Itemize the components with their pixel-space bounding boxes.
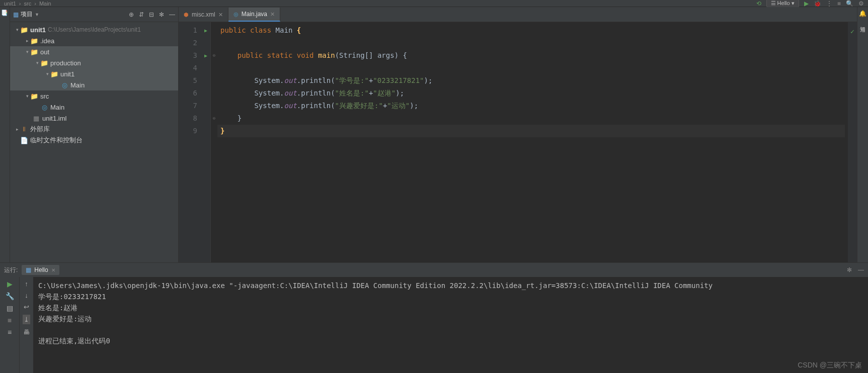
sidebar-title[interactable]: 项目 (21, 10, 33, 19)
tree-main-src[interactable]: ◎ Main (10, 102, 178, 113)
tree-scratches[interactable]: 📄 临时文件和控制台 (10, 135, 178, 146)
tab-main-java[interactable]: ◎ Main.java ✕ (228, 8, 280, 22)
dropdown-icon[interactable]: ▼ (35, 12, 39, 17)
down-icon[interactable]: ↓ (25, 292, 28, 299)
fold-icon[interactable]: ⊖ (211, 49, 217, 62)
tree-src-folder[interactable]: ▾📁 src (10, 90, 178, 102)
class-icon: ◎ (233, 11, 239, 18)
tree-main-compiled[interactable]: ◎ Main (10, 79, 178, 90)
console-line: 姓名是:赵港 (38, 304, 77, 312)
folder-icon: 📁 (30, 37, 38, 45)
class-icon: ◎ (40, 104, 48, 111)
iml-icon: ▦ (32, 115, 40, 122)
app-icon: ▦ (26, 266, 31, 273)
gear-icon[interactable]: ✻ (159, 11, 164, 18)
left-tool-stripe: 📑 (0, 7, 10, 262)
console-line: C:\Users\James\.jdks\openjdk-19\bin\java… (38, 282, 713, 290)
top-toolbar: unit1 › src › Main ⟲ ☰ Hello ▾ ▶ 🐞 ⋮ ■ 🔍… (0, 0, 868, 7)
debug-icon[interactable]: 🐞 (814, 0, 821, 7)
run-line-icon[interactable]: ▶ (201, 24, 210, 37)
rerun-icon[interactable]: ▶ (7, 280, 13, 288)
run-icon[interactable]: ▶ (804, 0, 809, 7)
right-tool-stripe: 🔔 通知 (857, 7, 868, 262)
console-line: 学号是:0233217821 (38, 293, 106, 301)
breadcrumb-item[interactable]: Main (39, 1, 51, 7)
breadcrumb-item[interactable]: src (24, 1, 32, 7)
gear-icon[interactable]: ⚙ (858, 0, 864, 7)
layout-icon[interactable]: ▤ (7, 304, 13, 312)
folder-icon: 📁 (20, 26, 28, 34)
inspection-stripe: ✓ (848, 22, 857, 262)
editor-tabs: ⬢ misc.xml ✕ ◎ Main.java ✕ (179, 7, 857, 22)
tree-libraries[interactable]: ▸⫴ 外部库 (10, 124, 178, 135)
close-icon[interactable]: ✕ (218, 12, 223, 18)
library-icon: ⫴ (20, 125, 28, 133)
wrap-icon[interactable]: ↩ (24, 303, 29, 311)
scratch-icon: 📄 (20, 137, 28, 144)
run-tool-window: 运行: ▦ Hello ✕ ✻ — ▶ 🔧 ▤ ■ ≡ ↑ ↓ ↩ ⤓ 🖶 C:… (0, 262, 868, 373)
run-tab[interactable]: ▦ Hello ✕ (22, 265, 59, 275)
sync-icon[interactable]: ⟲ (756, 0, 761, 7)
locate-icon[interactable]: ⊕ (129, 11, 134, 18)
gear-icon[interactable]: ✻ (847, 266, 852, 273)
fold-icon[interactable]: ⊖ (211, 112, 217, 125)
run-config-selector[interactable]: ☰ Hello ▾ (766, 0, 799, 8)
console-line: 兴趣爱好是:运动 (38, 315, 92, 323)
tree-out-folder[interactable]: ▾📁 out (10, 46, 178, 57)
project-tool-tab[interactable]: 📑 (2, 9, 8, 16)
run-panel-title: 运行: (4, 266, 18, 274)
check-icon[interactable]: ✓ (848, 25, 857, 38)
tree-iml-file[interactable]: ▦ unit1.iml (10, 113, 178, 124)
run-toolbar-primary: ▶ 🔧 ▤ ■ ≡ (0, 277, 19, 373)
tab-misc-xml[interactable]: ⬢ misc.xml ✕ (179, 8, 228, 22)
run-dots-icon[interactable]: ⋮ (826, 0, 832, 7)
more-icon[interactable]: ≡ (8, 328, 12, 336)
hide-icon[interactable]: — (169, 11, 175, 18)
hide-icon[interactable]: — (858, 266, 864, 273)
notifications-icon[interactable]: 🔔 (859, 10, 866, 17)
expand-icon[interactable]: ⇵ (139, 11, 144, 18)
print-icon[interactable]: 🖶 (23, 328, 30, 336)
run-toolbar-secondary: ↑ ↓ ↩ ⤓ 🖶 (19, 277, 33, 373)
close-icon[interactable]: ✕ (51, 267, 55, 273)
class-icon: ◎ (60, 81, 68, 89)
stop-icon[interactable]: ■ (8, 316, 12, 324)
run-gutter: ▶ ▶ (201, 22, 210, 262)
folder-icon: 📁 (40, 59, 48, 67)
line-numbers: 123456789 (179, 22, 201, 262)
tree-production-folder[interactable]: ▾📁 production (10, 57, 178, 68)
fold-gutter: ⊖ ⊖ (210, 22, 217, 262)
breadcrumb: unit1 › src › Main (4, 1, 51, 7)
search-icon[interactable]: 🔍 (846, 0, 853, 7)
close-icon[interactable]: ✕ (270, 11, 275, 18)
run-line-icon[interactable]: ▶ (201, 49, 210, 62)
stop-icon[interactable]: ■ (837, 0, 841, 7)
up-icon[interactable]: ↑ (25, 280, 28, 288)
collapse-icon[interactable]: ⊟ (149, 11, 154, 18)
folder-icon: 📁 (30, 48, 38, 56)
folder-icon: 📁 (50, 70, 58, 78)
tree-unit1-folder[interactable]: ▾📁 unit1 (10, 68, 178, 79)
breadcrumb-item[interactable]: unit1 (4, 1, 16, 7)
folder-icon: 📁 (30, 92, 38, 100)
tree-root[interactable]: ▾📁 unit1 C:\Users\James\IdeaProjects\uni… (10, 24, 178, 35)
tree-idea-folder[interactable]: ▸📁 .idea (10, 35, 178, 46)
code-editor[interactable]: 123456789 ▶ ▶ ⊖ ⊖ public class Main { pu… (179, 22, 857, 262)
console-line: 进程已结束,退出代码0 (38, 337, 110, 345)
project-tree: ▾📁 unit1 C:\Users\James\IdeaProjects\uni… (10, 22, 178, 262)
console-output[interactable]: C:\Users\James\.jdks\openjdk-19\bin\java… (33, 277, 868, 373)
project-view-icon: ▦ (13, 11, 19, 18)
wrench-icon[interactable]: 🔧 (6, 292, 14, 300)
code-content[interactable]: public class Main { public static void m… (217, 22, 848, 262)
xml-icon: ⬢ (184, 12, 189, 18)
watermark: CSDN @三碗不下桌 (798, 361, 862, 370)
scroll-icon[interactable]: ⤓ (23, 315, 30, 324)
project-sidebar: ▦ 项目 ▼ ⊕ ⇵ ⊟ ✻ — ▾📁 unit1 C:\Users\James… (10, 7, 179, 262)
